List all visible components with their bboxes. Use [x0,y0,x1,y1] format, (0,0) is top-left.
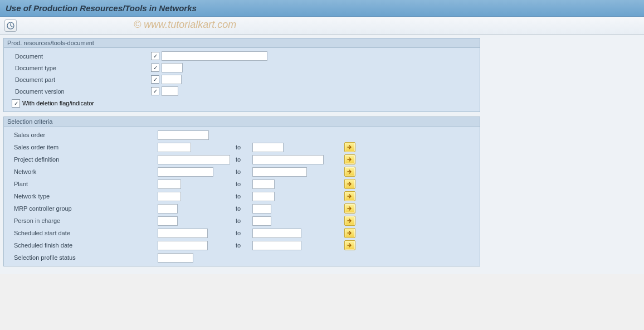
selection-row: Scheduled finish dateto [4,239,480,251]
doc-input[interactable] [162,63,183,72]
deletion-flag-row: With deletion flag/indicator [4,97,480,109]
selection-row: Person in chargeto [4,215,480,227]
multiple-selection-button[interactable] [344,228,355,238]
group-prod-resources: Prod. resources/tools-document DocumentD… [3,38,480,112]
field-label: Document [6,53,151,60]
doc-row: Document [4,50,480,62]
to-label: to [236,181,252,187]
required-checkbox[interactable] [151,75,159,84]
multiple-selection-button[interactable] [344,142,355,152]
to-label: to [236,144,252,151]
page-title: Use of Production Resources/Tools in Net… [6,3,197,13]
to-input[interactable] [252,143,284,152]
selection-row: Sales order itemto [4,141,480,153]
to-label: to [236,168,252,175]
multiple-selection-button[interactable] [344,216,355,226]
selection-label: Plant [6,181,158,187]
to-label: to [236,156,252,163]
selection-row: Network typeto [4,190,480,202]
to-input[interactable] [252,192,275,201]
selection-label: Scheduled finish date [6,242,158,249]
deletion-flag-checkbox[interactable] [12,99,20,108]
arrow-right-icon [347,243,353,248]
from-input[interactable] [158,192,181,201]
to-input[interactable] [252,229,301,238]
to-label: to [236,217,252,224]
selection-label: Selection profile status [6,254,158,261]
to-input[interactable] [252,204,271,213]
to-label: to [236,230,252,236]
arrow-right-icon [347,219,353,223]
selection-label: Network [6,168,158,175]
multiple-selection-button[interactable] [344,191,355,201]
from-input[interactable] [158,241,208,250]
selection-row: Networkto [4,166,480,178]
required-checkbox[interactable] [151,52,159,60]
to-input[interactable] [252,216,271,226]
multiple-selection-button[interactable] [344,203,355,213]
arrow-right-icon [347,231,353,235]
deletion-flag-label: With deletion flag/indicator [22,100,94,106]
selection-label: Project definition [6,156,158,163]
field-label: Document type [6,65,151,71]
clock-execute-icon [7,22,14,30]
selection-label: Person in charge [6,217,158,224]
execute-button[interactable] [4,20,17,32]
selection-row: Scheduled start dateto [4,227,480,239]
required-checkbox[interactable] [151,87,159,95]
selection-label: Sales order item [6,144,158,151]
selection-row: Project definitionto [4,153,480,166]
from-input[interactable] [158,253,193,263]
multiple-selection-button[interactable] [344,179,355,189]
from-input[interactable] [158,229,208,238]
from-input[interactable] [158,130,209,140]
selection-row: Sales order [4,129,480,141]
from-input[interactable] [158,155,230,164]
selection-label: MRP controller group [6,205,158,212]
group-selection-criteria: Selection criteria Sales orderSales orde… [3,117,480,266]
multiple-selection-button[interactable] [344,154,355,164]
selection-row: Plantto [4,178,480,190]
field-label: Document version [6,88,151,95]
arrow-right-icon [347,206,353,211]
to-input[interactable] [252,167,307,177]
group-title-prod: Prod. resources/tools-document [4,38,480,48]
toolbar: © www.tutorialkart.com [0,17,644,35]
from-input[interactable] [158,167,213,177]
doc-row: Document type [4,62,480,74]
doc-row: Document version [4,85,480,97]
doc-input[interactable] [162,86,178,96]
title-bar: Use of Production Resources/Tools in Net… [0,0,644,17]
selection-row: MRP controller groupto [4,202,480,215]
to-label: to [236,205,252,212]
from-input[interactable] [158,204,178,213]
arrow-right-icon [347,145,353,149]
selection-label: Sales order [6,132,158,138]
arrow-right-icon [347,157,353,162]
doc-row: Document part [4,74,480,85]
arrow-right-icon [347,169,353,174]
selection-label: Scheduled start date [6,230,158,236]
to-input[interactable] [252,155,324,164]
arrow-right-icon [347,194,353,198]
content-area: Prod. resources/tools-document DocumentD… [0,35,644,274]
doc-input[interactable] [162,51,267,61]
to-input[interactable] [252,179,275,189]
from-input[interactable] [158,216,178,226]
group-title-selection: Selection criteria [4,117,480,127]
to-label: to [236,242,252,249]
to-label: to [236,193,252,200]
multiple-selection-button[interactable] [344,240,355,250]
required-checkbox[interactable] [151,64,159,72]
field-label: Document part [6,76,151,83]
watermark-text: © www.tutorialkart.com [134,19,236,31]
doc-input[interactable] [162,75,182,84]
from-input[interactable] [158,143,191,152]
from-input[interactable] [158,179,181,189]
selection-row: Selection profile status [4,251,480,264]
arrow-right-icon [347,182,353,186]
to-input[interactable] [252,241,301,250]
multiple-selection-button[interactable] [344,167,355,177]
selection-label: Network type [6,193,158,200]
